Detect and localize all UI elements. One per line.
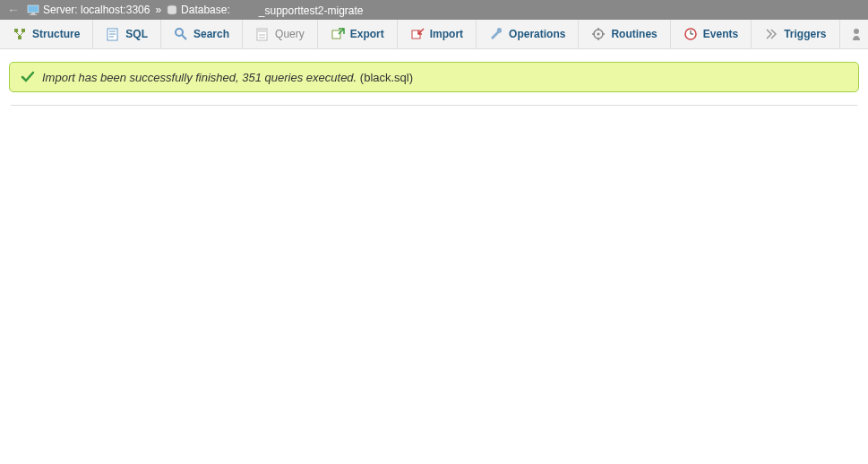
svg-rect-4	[14, 29, 18, 32]
tab-query[interactable]: Query	[243, 20, 318, 48]
privileges-icon	[849, 27, 864, 41]
tab-export[interactable]: Export	[318, 20, 398, 48]
wrench-icon	[489, 27, 503, 41]
server-icon	[27, 4, 39, 15]
svg-point-28	[854, 29, 859, 34]
breadcrumb-separator: »	[155, 4, 161, 16]
tab-triggers[interactable]: Triggers	[752, 20, 839, 48]
divider	[11, 105, 857, 106]
search-icon	[174, 27, 188, 41]
tab-label: Export	[350, 28, 384, 40]
tab-events[interactable]: Events	[671, 20, 752, 48]
svg-rect-6	[18, 36, 21, 39]
tab-label: Events	[703, 28, 738, 40]
success-message: Import has been successfully finished, 3…	[9, 62, 859, 92]
svg-rect-2	[30, 14, 37, 15]
svg-rect-1	[31, 13, 35, 14]
svg-rect-17	[332, 30, 340, 39]
database-icon	[167, 4, 177, 15]
tab-label: Structure	[32, 28, 80, 40]
clock-icon	[683, 27, 698, 41]
breadcrumb-server[interactable]: Server: localhost:3306	[43, 4, 150, 16]
check-icon	[21, 70, 35, 84]
main-content: Import has been successfully finished, 3…	[0, 49, 868, 106]
structure-icon	[13, 27, 27, 41]
tab-label: Search	[193, 28, 229, 40]
tab-label: Query	[275, 28, 305, 40]
tab-bar: Structure SQL Search Query Export Import	[0, 20, 868, 49]
routines-icon	[591, 27, 606, 41]
svg-rect-14	[258, 30, 266, 32]
tab-label: Routines	[611, 28, 657, 40]
success-text: Import has been successfully finished, 3…	[42, 71, 413, 84]
svg-point-20	[597, 33, 600, 36]
svg-line-12	[182, 35, 186, 39]
tab-overflow[interactable]	[840, 20, 868, 48]
tab-label: SQL	[125, 28, 148, 40]
tab-label: Import	[430, 28, 463, 40]
tab-search[interactable]: Search	[161, 20, 243, 48]
svg-rect-0	[28, 5, 39, 13]
import-icon	[410, 27, 425, 41]
svg-rect-5	[21, 29, 25, 32]
tab-operations[interactable]: Operations	[477, 20, 579, 48]
breadcrumb: ← Server: localhost:3306 » Database: _su…	[0, 0, 868, 20]
export-icon	[331, 27, 345, 41]
triggers-icon	[764, 27, 778, 41]
breadcrumb-database-label: Database:	[181, 4, 230, 16]
breadcrumb-database-name[interactable]: _supporttest2-migrate	[234, 4, 364, 17]
back-arrow-icon[interactable]: ←	[4, 3, 23, 17]
sql-icon	[106, 27, 120, 41]
tab-label: Triggers	[784, 28, 826, 40]
query-icon	[255, 27, 270, 41]
tab-sql[interactable]: SQL	[93, 20, 161, 48]
tab-structure[interactable]: Structure	[0, 20, 93, 48]
censored-text	[234, 4, 261, 14]
tab-label: Operations	[509, 28, 565, 40]
tab-import[interactable]: Import	[398, 20, 477, 48]
tab-routines[interactable]: Routines	[579, 20, 670, 48]
svg-point-11	[176, 29, 183, 36]
